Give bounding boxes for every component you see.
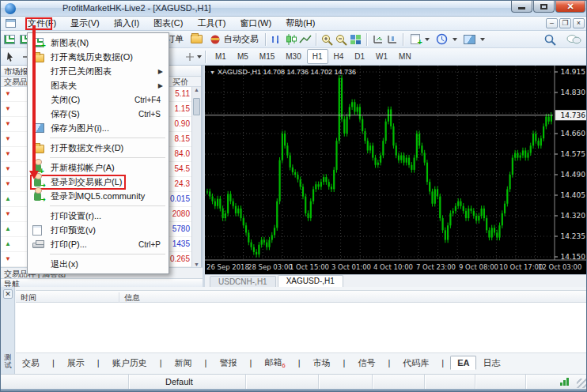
file-menu-item-保存为图片[interactable]: 保存为图片(i)...	[28, 121, 169, 135]
auto-trading-button[interactable]: 自动交易	[206, 32, 262, 47]
chart-tab-USDCNHH1[interactable]: USDCNH-,H1	[210, 276, 276, 287]
arrange-windows-icon[interactable]	[385, 33, 400, 46]
menu-item-label: 新图表(N)	[51, 37, 89, 49]
timeframe-M5[interactable]: M5	[232, 49, 254, 64]
history-center-icon[interactable]	[191, 35, 203, 43]
timeframe-W1[interactable]: W1	[370, 49, 393, 64]
indicators-button[interactable]	[407, 32, 433, 46]
no-icon	[32, 95, 45, 105]
terminal-tab-代码库[interactable]: 代码库	[396, 356, 435, 371]
file-menu-item-登录到MQL5community[interactable]: 登录到MQL5.community	[28, 189, 169, 203]
file-menu-item-保存[interactable]: 保存(S)Ctrl+S	[28, 107, 169, 121]
menu-item-shortcut: Ctrl+F4	[134, 96, 161, 104]
maximize-button[interactable]	[533, 1, 555, 13]
chart-collapse-icon[interactable]: ▼	[210, 70, 215, 75]
down-arrow-icon: ▼	[5, 211, 11, 217]
tile-windows-icon[interactable]	[349, 33, 363, 46]
ask-price-value: 0.015	[170, 194, 190, 203]
timeframe-M30[interactable]: M30	[280, 49, 306, 64]
menu-separator	[28, 203, 169, 209]
drawing-dropdown-caret[interactable]	[197, 55, 202, 58]
file-menu-item-打开数据文件夹[interactable]: 打开数据文件夹(D)	[28, 141, 169, 155]
bar-chart-mode-icon[interactable]	[270, 33, 284, 46]
search-icon[interactable]	[543, 33, 558, 46]
zoom-in-icon[interactable]	[320, 33, 335, 46]
timeframe-M1[interactable]: M1	[210, 49, 232, 64]
status-bar: Default	[1, 374, 587, 389]
terminal-tab-邮箱[interactable]: 邮箱6	[258, 355, 291, 371]
timeframe-H1[interactable]: H1	[307, 49, 328, 64]
terminal-tab-警报[interactable]: 警报	[213, 356, 243, 371]
status-template[interactable]: Default	[129, 375, 246, 389]
file-menu-item-图表夹[interactable]: 图表夹▶	[28, 78, 169, 92]
cursor-icon[interactable]	[4, 51, 17, 63]
templates-button[interactable]	[460, 33, 488, 46]
chart-tab-XAGUSDH1[interactable]: XAGUSD-,H1	[278, 275, 343, 287]
line-chart-mode-icon[interactable]	[298, 33, 312, 46]
timeframe-M15[interactable]: M15	[254, 49, 280, 64]
terminal-tab-账户历史[interactable]: 账户历史	[106, 356, 153, 371]
menu-图表[interactable]: 图表(C)	[146, 16, 190, 31]
menu-item-label: 保存(S)	[51, 108, 80, 120]
down-arrow-icon: ▼	[5, 256, 11, 262]
terminal-tab-EA[interactable]: EA	[450, 356, 476, 370]
svg-text:10 Oct 17:00: 10 Oct 17:00	[499, 263, 543, 271]
chart-document-icon[interactable]	[6, 19, 16, 28]
file-menu-item-开新模拟帐户[interactable]: 开新模拟帐户(A)	[28, 160, 169, 175]
chart-window[interactable]: 14.91514.83014.66014.57514.49014.40514.3…	[203, 66, 587, 287]
menu-插入[interactable]: 插入(I)	[107, 16, 146, 31]
file-menu-item-关闭[interactable]: 关闭(C)Ctrl+F4	[28, 92, 169, 107]
file-menu-item-退出[interactable]: 退出(x)	[28, 257, 169, 271]
terminal-side-label[interactable]: 测试	[2, 353, 13, 369]
drawing-tool-icon[interactable]	[184, 51, 195, 62]
file-menu-item-打印设置[interactable]: 打印设置(r)...	[28, 209, 169, 223]
timeframe-D1[interactable]: D1	[349, 49, 370, 64]
menu-帮助[interactable]: 帮助(H)	[278, 16, 322, 31]
arrange-charts-icon[interactable]	[371, 33, 385, 46]
menu-窗口[interactable]: 窗口(W)	[233, 16, 278, 31]
file-menu-item-打印[interactable]: 打印(P)...Ctrl+P	[28, 237, 169, 251]
ask-price-value: 54.5	[175, 164, 190, 173]
terminal-tab-信号[interactable]: 信号	[351, 356, 381, 371]
ask-price-value: 5780	[172, 224, 190, 233]
timeframe-MN[interactable]: MN	[393, 49, 417, 64]
candlestick-mode-icon[interactable]	[284, 33, 298, 46]
mdi-restore-button[interactable]: ❐	[559, 18, 571, 28]
terminal-panel: ✕ 测试 时间 信息 交易|展示|账户历史|新闻|警报|邮箱6|市场|信号|代码…	[1, 287, 587, 374]
mdi-close-button[interactable]: ×	[573, 18, 585, 28]
file-menu-item-打开已关闭图表[interactable]: 打开已关闭图表▶	[28, 64, 169, 78]
column-ask[interactable]: 买价	[172, 77, 188, 88]
resize-grip[interactable]	[577, 379, 586, 388]
file-menu-item-打开离线历史数据[interactable]: 打开离线历史数据(O)	[28, 50, 169, 64]
ask-price-value: 1.15	[175, 104, 190, 113]
timeframe-H4[interactable]: H4	[328, 49, 350, 64]
file-menu-item-登录到交易账户[interactable]: 登录到交易账户(L)	[28, 175, 169, 189]
minimize-button[interactable]	[511, 1, 532, 13]
market-watch-scrollbar[interactable]: ▲ ▼	[191, 87, 201, 267]
chart-window-icon[interactable]	[4, 35, 15, 44]
terminal-column-message[interactable]: 信息	[119, 292, 140, 303]
terminal-column-time[interactable]: 时间	[21, 292, 36, 303]
chat-icon[interactable]	[566, 33, 581, 46]
terminal-tab-市场[interactable]: 市场	[307, 356, 337, 371]
svg-text:4 Oct 10:00: 4 Oct 10:00	[373, 263, 413, 271]
periods-button[interactable]	[433, 32, 460, 47]
terminal-close-icon[interactable]: ✕	[3, 289, 13, 299]
zoom-out-icon[interactable]	[335, 33, 349, 46]
file-menu-item-打印预览[interactable]: 打印预览(v)	[28, 223, 169, 237]
ask-price-value: 84.0	[175, 149, 190, 158]
svg-text:14.736: 14.736	[561, 111, 586, 119]
terminal-tab-日志[interactable]: 日志	[476, 356, 506, 371]
mdi-minimize-button[interactable]: –	[546, 18, 558, 28]
menu-文件[interactable]: 文件(F)	[21, 16, 63, 31]
close-button[interactable]: ✕	[555, 1, 585, 13]
terminal-tab-新闻[interactable]: 新闻	[169, 356, 199, 371]
chart-plot[interactable]: 14.91514.83014.66014.57514.49014.40514.3…	[205, 66, 587, 274]
terminal-tab-展示[interactable]: 展示	[61, 356, 91, 371]
file-menu-item-新图表[interactable]: 新图表(N)	[28, 36, 169, 50]
terminal-tab-交易[interactable]: 交易	[16, 356, 46, 371]
menu-显示[interactable]: 显示(V)	[63, 16, 107, 31]
menu-item-label: 退出(x)	[51, 258, 78, 270]
menu-工具[interactable]: 工具(T)	[190, 16, 233, 31]
app-logo-icon	[5, 3, 16, 14]
